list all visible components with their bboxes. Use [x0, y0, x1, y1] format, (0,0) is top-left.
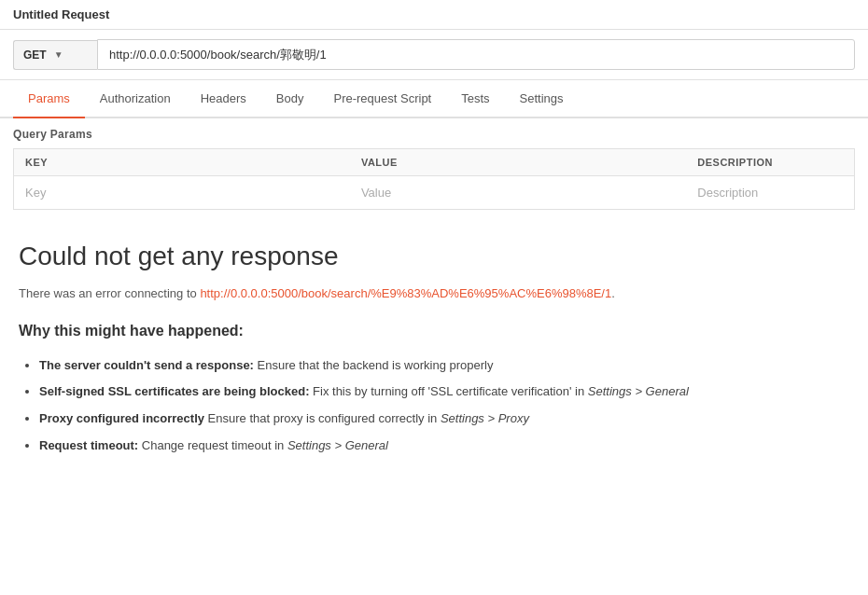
error-message: There was an error connecting to http://… — [19, 284, 849, 304]
tab-headers[interactable]: Headers — [186, 80, 261, 118]
url-bar: GET ▼ — [0, 30, 868, 80]
reason-bold-2: Proxy configured incorrectly — [39, 411, 204, 425]
reason-bold-1: Self-signed SSL certificates are being b… — [39, 384, 309, 398]
params-placeholder-row: Key Value Description — [14, 176, 855, 210]
page-title: Untitled Request — [13, 7, 109, 21]
tab-pre-request-script[interactable]: Pre-request Script — [318, 80, 446, 118]
placeholder-value[interactable]: Value — [350, 176, 686, 210]
reason-item-3: Request timeout: Change request timeout … — [39, 435, 849, 458]
col-header-value: VALUE — [350, 149, 686, 176]
reasons-list: The server couldn't send a response: Ens… — [19, 354, 849, 458]
why-title: Why this might have happened: — [19, 323, 849, 339]
reason-item-1: Self-signed SSL certificates are being b… — [39, 381, 849, 404]
placeholder-key[interactable]: Key — [14, 176, 350, 210]
reason-text-1: Fix this by turning off 'SSL certificate… — [309, 384, 587, 398]
tabs-bar: ParamsAuthorizationHeadersBodyPre-reques… — [0, 80, 868, 118]
reason-bold-0: The server couldn't send a response: — [39, 358, 254, 372]
tab-params[interactable]: Params — [13, 80, 85, 118]
tab-tests[interactable]: Tests — [446, 80, 504, 118]
reason-text-3: Change request timeout in — [138, 438, 287, 452]
reason-italic-3: Settings > General — [287, 438, 388, 452]
title-bar: Untitled Request — [0, 0, 868, 30]
method-chevron-icon: ▼ — [54, 49, 63, 60]
method-dropdown[interactable]: GET ▼ — [13, 40, 97, 70]
placeholder-description[interactable]: Description — [686, 176, 854, 210]
response-title: Could not get any response — [19, 242, 849, 271]
reason-item-2: Proxy configured incorrectly Ensure that… — [39, 408, 849, 431]
tab-settings[interactable]: Settings — [505, 80, 579, 118]
reason-italic-1: Settings > General — [588, 384, 689, 398]
error-suffix: . — [611, 286, 615, 300]
reason-text-2: Ensure that proxy is configured correctl… — [204, 411, 441, 425]
reason-italic-2: Settings > Proxy — [441, 411, 529, 425]
method-label: GET — [23, 48, 47, 62]
error-prefix: There was an error connecting to — [19, 286, 200, 300]
tab-authorization[interactable]: Authorization — [85, 80, 186, 118]
query-params-section: Query Params KEY VALUE DESCRIPTION Key V… — [0, 118, 868, 219]
params-table: KEY VALUE DESCRIPTION Key Value Descript… — [13, 148, 855, 210]
reason-text-0: Ensure that the backend is working prope… — [254, 358, 494, 372]
response-section: Could not get any response There was an … — [0, 219, 868, 480]
reason-bold-3: Request timeout: — [39, 438, 138, 452]
error-link[interactable]: http://0.0.0.0:5000/book/search/%E9%83%A… — [200, 286, 611, 300]
tab-body[interactable]: Body — [261, 80, 319, 118]
col-header-key: KEY — [14, 149, 350, 176]
query-params-title: Query Params — [13, 128, 855, 141]
reason-item-0: The server couldn't send a response: Ens… — [39, 354, 849, 378]
col-header-description: DESCRIPTION — [686, 149, 854, 176]
url-input[interactable] — [97, 39, 855, 70]
